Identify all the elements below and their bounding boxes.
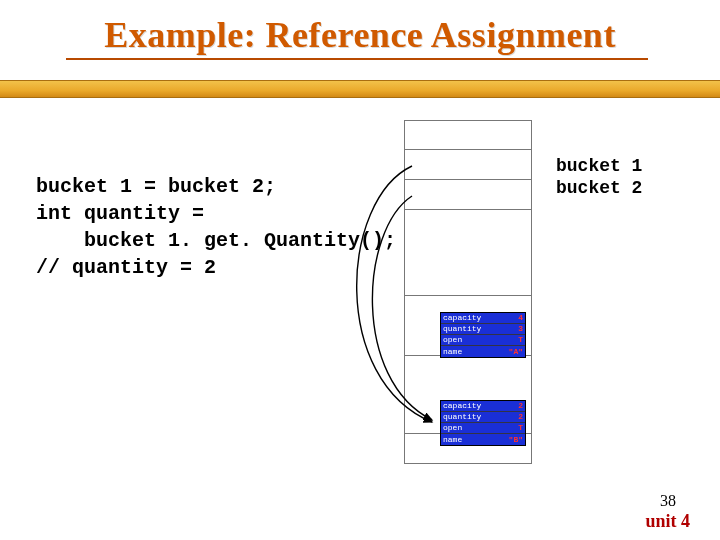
- object1-capacity-row: capacity 4: [441, 313, 525, 324]
- object-2: capacity 2 quantity 2 open T name "B": [440, 400, 526, 446]
- object1-capacity-label: capacity: [441, 314, 481, 322]
- object1-name-label: name: [441, 348, 462, 356]
- object2-quantity-row: quantity 2: [441, 412, 525, 423]
- object2-capacity-label: capacity: [441, 402, 481, 410]
- object2-capacity-value: 2: [518, 402, 525, 410]
- object2-name-value: "B": [509, 436, 525, 444]
- object2-quantity-label: quantity: [441, 413, 481, 421]
- object2-quantity-value: 2: [518, 413, 525, 421]
- memory-spacer: [404, 210, 532, 266]
- object-1: capacity 4 quantity 3 open T name "A": [440, 312, 526, 358]
- object2-name-row: name "B": [441, 434, 525, 445]
- code-line-1: bucket 1 = bucket 2;: [36, 175, 276, 198]
- object1-open-value: T: [518, 336, 525, 344]
- object2-open-label: open: [441, 424, 462, 432]
- memory-cell-bucket2: [404, 180, 532, 210]
- unit-label: unit 4: [645, 511, 690, 532]
- title-underline: [66, 58, 648, 63]
- object2-open-row: open T: [441, 423, 525, 434]
- divider-bar: [0, 80, 720, 98]
- slide-title: Example: Reference Assignment: [0, 14, 720, 56]
- label-bucket2: bucket 2: [556, 178, 642, 200]
- object2-capacity-row: capacity 2: [441, 401, 525, 412]
- object1-open-label: open: [441, 336, 462, 344]
- code-line-2: int quantity =: [36, 202, 204, 225]
- object2-open-value: T: [518, 424, 525, 432]
- object1-name-row: name "A": [441, 346, 525, 357]
- object2-name-label: name: [441, 436, 462, 444]
- object1-name-value: "A": [509, 348, 525, 356]
- page-number: 38: [660, 492, 676, 510]
- memory-cell-bucket1: [404, 150, 532, 180]
- object1-open-row: open T: [441, 335, 525, 346]
- object1-capacity-value: 4: [518, 314, 525, 322]
- memory-spacer: [404, 356, 532, 378]
- code-line-4: // quantity = 2: [36, 256, 216, 279]
- label-bucket1: bucket 1: [556, 156, 642, 178]
- object1-quantity-value: 3: [518, 325, 525, 333]
- memory-cell: [404, 266, 532, 296]
- code-line-3: bucket 1. get. Quantity();: [36, 229, 396, 252]
- code-block: bucket 1 = bucket 2; int quantity = buck…: [36, 146, 396, 281]
- object1-quantity-label: quantity: [441, 325, 481, 333]
- memory-cell: [404, 120, 532, 150]
- object1-quantity-row: quantity 3: [441, 324, 525, 335]
